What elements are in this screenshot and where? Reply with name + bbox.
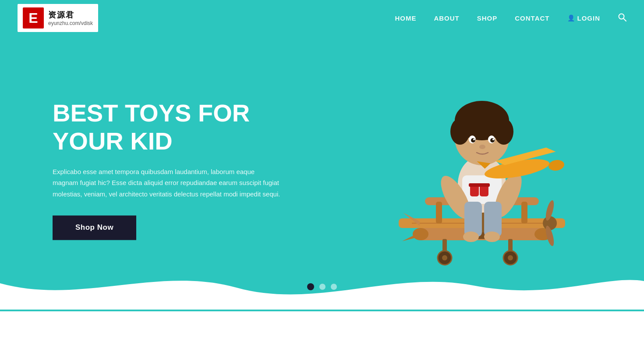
svg-point-32	[490, 138, 495, 142]
hero-content: BEST TOYS FOR YOUR KID Explicabo esse am…	[53, 99, 280, 240]
svg-line-1	[623, 18, 626, 21]
svg-point-31	[471, 138, 475, 142]
svg-point-34	[492, 139, 494, 140]
logo[interactable]: E 资源君 eyunzhu.com/vdisk	[18, 4, 98, 32]
shop-now-button[interactable]: Shop Now	[53, 216, 136, 240]
svg-rect-48	[469, 183, 490, 187]
hero-title: BEST TOYS FOR YOUR KID	[53, 99, 280, 156]
svg-point-33	[473, 139, 475, 140]
svg-marker-14	[402, 232, 420, 241]
svg-point-4	[413, 228, 428, 240]
svg-rect-9	[521, 202, 527, 224]
nav-login[interactable]: 👤 LOGIN	[567, 14, 601, 22]
nav-home[interactable]: HOME	[395, 14, 416, 22]
main-nav: HOME ABOUT SHOP CONTACT 👤 LOGIN	[395, 13, 626, 24]
svg-point-45	[484, 232, 500, 242]
hero-section: BEST TOYS FOR YOUR KID Explicabo esse am…	[0, 0, 644, 311]
login-label: LOGIN	[577, 14, 601, 22]
search-icon[interactable]	[618, 13, 626, 24]
svg-point-41	[548, 159, 565, 172]
header: E 资源君 eyunzhu.com/vdisk HOME ABOUT SHOP …	[0, 0, 644, 36]
nav-contact[interactable]: CONTACT	[515, 14, 549, 22]
logo-text-block: 资源君 eyunzhu.com/vdisk	[48, 10, 93, 26]
logo-url: eyunzhu.com/vdisk	[48, 20, 93, 26]
svg-point-27	[450, 118, 470, 145]
hero-title-line1: BEST TOYS FOR	[53, 99, 250, 127]
logo-letter: E	[23, 7, 44, 28]
nav-about[interactable]: ABOUT	[434, 14, 459, 22]
svg-rect-8	[436, 202, 442, 224]
svg-point-44	[463, 232, 479, 242]
nav-shop[interactable]: SHOP	[477, 14, 498, 22]
hero-image	[355, 39, 609, 294]
hero-title-line2: YOUR KID	[53, 128, 173, 155]
svg-point-28	[494, 118, 513, 145]
logo-chinese: 资源君	[48, 10, 93, 20]
svg-point-35	[479, 145, 485, 149]
person-icon: 👤	[567, 14, 575, 21]
hero-description: Explicabo esse amet tempora quibusdam la…	[53, 166, 280, 200]
wave-bottom	[0, 257, 644, 311]
svg-rect-43	[484, 202, 502, 237]
svg-rect-42	[464, 202, 482, 237]
